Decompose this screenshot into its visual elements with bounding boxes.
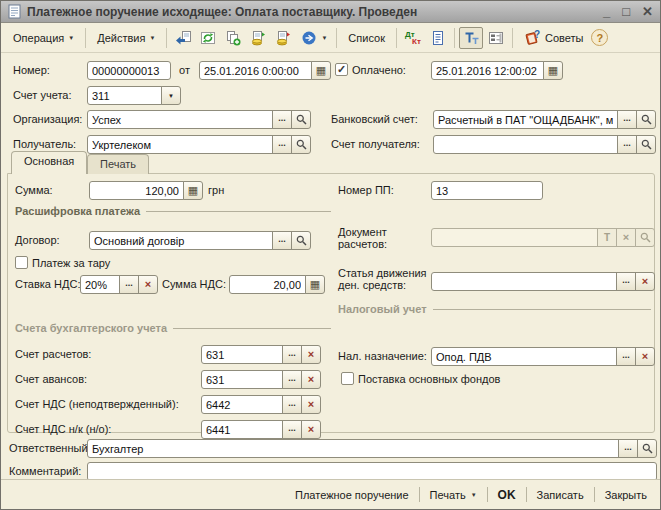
fixed-assets-checkbox[interactable]: [341, 372, 354, 385]
acc-advance-select-button[interactable]: ...: [282, 370, 302, 389]
responsible-select-button[interactable]: ...: [618, 439, 638, 458]
vat-rate-select-button[interactable]: ...: [119, 275, 139, 294]
acc-vat-unconfirmed-field: ... ×: [201, 395, 321, 414]
organization-input[interactable]: [87, 110, 273, 129]
magnifier-icon: [296, 139, 307, 150]
paid-checkbox[interactable]: ✓: [335, 63, 348, 76]
refresh-button[interactable]: [196, 27, 220, 49]
paid-date-calendar-button[interactable]: ▦: [543, 61, 563, 80]
date-input[interactable]: [199, 61, 312, 80]
tab-print[interactable]: Печать: [87, 154, 149, 174]
date-calendar-button[interactable]: ▦: [311, 61, 331, 80]
tax-purpose-clear-button[interactable]: ×: [635, 347, 655, 366]
close-button[interactable]: ✕: [642, 5, 653, 19]
tax-purpose-select-button[interactable]: ...: [616, 347, 636, 366]
contract-select-button[interactable]: ...: [272, 231, 292, 250]
calculator-icon: ▦: [310, 279, 320, 290]
payee-label: Получатель:: [13, 138, 76, 151]
close-window-button[interactable]: Закрыть: [596, 486, 656, 504]
organization-select-button[interactable]: ...: [272, 110, 292, 129]
actions-menu-button[interactable]: Действия ▼: [90, 27, 162, 49]
settlement-doc-clear-button: ×: [616, 228, 636, 247]
payee-account-input[interactable]: [433, 135, 618, 154]
responsible-input[interactable]: [87, 439, 619, 458]
show-postings-button[interactable]: ДтКт: [401, 27, 425, 49]
acc-settlement-clear-button[interactable]: ×: [301, 345, 321, 364]
number-input[interactable]: [87, 61, 171, 80]
bank-account-select-button[interactable]: ...: [617, 110, 637, 129]
print-menu-button[interactable]: Печать ▼: [421, 486, 486, 504]
responsible-field: ...: [87, 439, 657, 458]
help-button[interactable]: ?: [591, 29, 608, 46]
operation-menu-button[interactable]: Операция ▼: [6, 27, 81, 49]
go-to-button[interactable]: ▼: [296, 27, 332, 49]
vat-sum-calculator-button[interactable]: ▦: [305, 275, 325, 294]
save-button[interactable]: Записать: [528, 486, 593, 504]
window-controls: _ □ ✕: [603, 5, 653, 19]
bank-account-open-button[interactable]: [636, 110, 656, 129]
vat-rate-input[interactable]: [80, 275, 120, 294]
tips-book-icon: ?: [524, 29, 541, 46]
chevron-down-icon: ▼: [321, 35, 327, 41]
organization-open-button[interactable]: [291, 110, 311, 129]
cashflow-select-button[interactable]: ...: [616, 272, 636, 291]
tare-checkbox[interactable]: [15, 256, 28, 269]
acc-vat-nk-input[interactable]: [201, 420, 283, 439]
contract-label: Договор:: [15, 234, 60, 247]
account-input[interactable]: [87, 86, 162, 105]
minimize-button[interactable]: _: [603, 5, 610, 19]
payment-order-print-form-button[interactable]: Платежное поручение: [286, 486, 418, 504]
acc-advance-input[interactable]: [201, 370, 283, 389]
document-icon: [8, 4, 21, 19]
sum-input[interactable]: [89, 181, 184, 200]
cashflow-input[interactable]: [431, 272, 617, 291]
payee-open-button[interactable]: [291, 135, 311, 154]
svg-text:?: ?: [534, 29, 540, 40]
toolbar-separator: [454, 28, 455, 48]
cashflow-clear-button[interactable]: ×: [635, 272, 655, 291]
chevron-down-icon: ▼: [68, 35, 74, 41]
structure-button[interactable]: [484, 27, 508, 49]
toolbar-separator: [396, 28, 397, 48]
acc-vat-unconfirmed-select-button[interactable]: ...: [282, 395, 302, 414]
tips-button[interactable]: ? Советы: [517, 27, 590, 49]
acc-settlement-field: ... ×: [201, 345, 321, 364]
payee-account-field: ...: [433, 135, 656, 154]
ok-button[interactable]: OK: [489, 485, 525, 505]
payee-select-button[interactable]: ...: [272, 135, 292, 154]
vat-rate-clear-button[interactable]: ×: [138, 275, 158, 294]
magnifier-icon: [641, 139, 652, 150]
contract-input[interactable]: [89, 231, 273, 250]
acc-vat-unconfirmed-clear-button[interactable]: ×: [301, 395, 321, 414]
sum-calculator-button[interactable]: ▦: [183, 181, 203, 200]
payee-account-open-button[interactable]: [636, 135, 656, 154]
reread-button[interactable]: [171, 27, 195, 49]
pp-number-input[interactable]: [431, 181, 543, 200]
acc-settlement-select-button[interactable]: ...: [282, 345, 302, 364]
acc-vat-nk-select-button[interactable]: ...: [282, 420, 302, 439]
acc-vat-nk-clear-button[interactable]: ×: [301, 420, 321, 439]
post-document-button[interactable]: [246, 27, 270, 49]
tab-main[interactable]: Основная: [11, 151, 87, 174]
account-label: Счет учета:: [13, 89, 71, 102]
bank-account-input[interactable]: [433, 110, 618, 129]
payee-input[interactable]: [87, 135, 273, 154]
unpost-document-button[interactable]: [271, 27, 295, 49]
acc-settlement-input[interactable]: [201, 345, 283, 364]
contract-open-button[interactable]: [291, 231, 311, 250]
list-button[interactable]: Список: [341, 27, 392, 49]
account-dropdown-button[interactable]: ▼: [161, 86, 181, 105]
vat-sum-input[interactable]: [229, 275, 306, 294]
copy-button[interactable]: [221, 27, 245, 49]
payee-account-select-button[interactable]: ...: [617, 135, 637, 154]
acc-advance-clear-button[interactable]: ×: [301, 370, 321, 389]
acc-vat-unconfirmed-input[interactable]: [201, 395, 283, 414]
check-icon: ✓: [337, 63, 346, 75]
paid-date-input[interactable]: [431, 61, 544, 80]
responsible-open-button[interactable]: [637, 439, 657, 458]
typing-settings-toggle-button[interactable]: [459, 27, 483, 49]
maximize-button[interactable]: □: [622, 5, 630, 19]
tax-purpose-input[interactable]: [431, 347, 617, 366]
document-movements-button[interactable]: [426, 27, 450, 49]
footer-separator: [487, 487, 488, 502]
